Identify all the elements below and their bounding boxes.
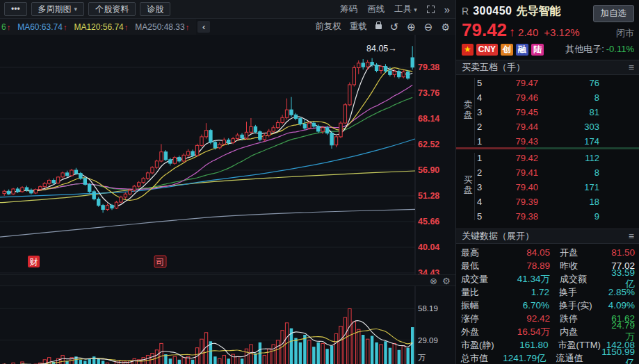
ma-label: MA120:56.74↑ [74,22,128,32]
price: 79.46 [477,92,538,103]
volume: 303 [538,122,599,132]
chips-menu[interactable]: 筹码 [340,3,357,15]
tab-multi-period[interactable]: 多周期图▾ [31,2,85,16]
volume: 171 [538,182,599,192]
gear-icon[interactable]: ⚙ [442,276,451,286]
forward-adjust-button[interactable]: 前复权 [315,21,341,33]
volume: 112 [538,153,599,163]
key-data-row: 成交量41.34万 成交额33.59亿 [456,272,639,286]
sell-side-label: 卖盘 [463,99,473,120]
svg-text:51.28: 51.28 [418,191,439,201]
china-flag-tag[interactable]: ★ [462,44,474,56]
svg-text:34.43: 34.43 [418,268,439,274]
zoom-in-icon[interactable]: ⊕ [407,22,416,32]
pane-divider [0,274,455,286]
price-change-pct: +3.12% [544,26,579,38]
svg-text:56.90: 56.90 [418,165,439,175]
double-chevron-icon[interactable]: » [444,4,450,15]
last-price: 79.42 [462,19,507,41]
order-book-row[interactable]: 2 79.44 303 [456,119,639,134]
market-status: 闭市 [616,27,634,40]
volume: 18 [538,197,599,207]
chevron-down-icon: ▾ [414,6,417,13]
svg-text:45.66: 45.66 [418,217,439,226]
svg-text:73.76: 73.76 [418,88,439,98]
tools-menu[interactable]: 工具▾ [394,3,417,15]
cny-tag[interactable]: CNY [476,44,498,56]
svg-text:财: 财 [30,257,38,267]
order-book-row[interactable]: 5 79.38 9 [456,209,639,224]
price: 79.44 [477,122,538,132]
order-book-row[interactable]: 4 79.46 8 [456,90,639,105]
close-circle-icon[interactable]: ⊗ [430,276,437,286]
stock-trading-app: ••• 多周期图▾ 个股资料 诊股 筹码 画线 工具▾ » 6↑MA60:63.… [0,0,639,364]
stock-name: 先导智能 [517,4,561,19]
zoom-out-icon[interactable]: ⊖ [424,22,433,32]
order-book-row[interactable]: 1 79.42 112 [456,151,639,165]
key-data-header[interactable]: 关键数据（展开） ≡ [456,229,639,244]
divider [474,78,475,145]
price: 79.39 [477,197,538,207]
price: 79.40 [477,182,538,192]
svg-text:84.05→: 84.05→ [366,44,397,53]
candlestick-chart[interactable]: 79.3873.7668.1462.5256.9051.2845.6640.04… [0,35,455,274]
sector-change: -0.11% [606,44,634,54]
volume: 9 [538,211,599,222]
order-book-row[interactable]: 3 79.45 81 [456,105,639,119]
event-marker[interactable]: 司 [154,256,166,267]
quote-panel: R 300450 先导智能 加自选 79.42 ↑ 2.40 +3.12% 闭市… [455,0,639,364]
ma-label-row: 6↑MA60:63.74↑MA120:56.74↑MA250:48.33↑ ‹ … [0,19,455,35]
price-row: 79.42 ↑ 2.40 +3.12% 闭市 [462,19,634,41]
gear-icon[interactable]: ⚙ [441,22,450,32]
price: 79.38 [477,211,538,222]
tab-diagnose[interactable]: 诊股 [140,2,170,16]
rong-tag[interactable]: 融 [516,44,528,56]
tag-row: ★CNY创融陆 其他电子:-0.11% [462,43,634,56]
order-book-row[interactable]: 5 79.47 76 [456,76,639,90]
event-marker[interactable]: 财 [28,256,40,267]
lock-icon[interactable] [375,24,382,29]
collapse-chevron-icon[interactable]: ‹ [197,21,210,33]
order-book-row[interactable]: 2 79.41 8 [456,165,639,180]
ma-label: 6↑ [1,22,10,32]
volume: 81 [538,107,599,117]
svg-text:58.19: 58.19 [418,304,438,313]
fullscreen-icon[interactable] [427,6,435,13]
arrow-up-icon: ↑ [509,25,515,40]
order-book-header: 买卖五档（手） ≡ [456,60,639,75]
reload-button[interactable]: 重载 [350,21,367,33]
hamburger-icon[interactable]: ≡ [629,231,634,242]
svg-text:40.04: 40.04 [418,242,439,252]
more-button[interactable]: ••• [4,2,27,16]
order-book-row[interactable]: 1 79.43 174 [456,134,639,149]
registered-mark: R [462,6,469,17]
undo-icon[interactable]: ↺ [390,22,399,32]
key-data-row: 振幅6.70% 换手(实)4.09% [456,299,639,312]
hamburger-icon[interactable]: ≡ [629,62,634,73]
order-book-row[interactable]: 3 79.40 171 [456,180,639,195]
price: 79.41 [477,167,538,178]
divider [474,153,475,220]
lu-tag[interactable]: 陆 [531,44,544,56]
draw-line-menu[interactable]: 画线 [367,3,385,15]
svg-text:司: 司 [156,257,165,267]
key-data-row: 涨停92.42 跌停61.62 [456,312,639,325]
key-data-row: 最低78.89 昨收77.02 [456,259,639,272]
key-data-row: 最高84.05 开盘81.50 [456,246,639,259]
ma-label: MA250:48.33↑ [135,22,189,32]
sector-link[interactable]: 其他电子:-0.11% [565,43,634,56]
svg-text:79.38: 79.38 [418,63,439,72]
chuang-tag[interactable]: 创 [501,44,513,56]
tab-stock-info[interactable]: 个股资料 [88,2,136,16]
chevron-down-icon: ▾ [74,6,78,13]
volume-chart[interactable]: 58.1929.09万 [0,286,455,364]
order-book-row[interactable]: 4 79.39 18 [456,195,639,209]
price-change: 2.40 [518,26,538,38]
price: 79.45 [477,107,538,117]
price: 79.47 [477,78,538,88]
svg-text:29.09: 29.09 [418,336,438,345]
price: 79.43 [477,136,538,147]
svg-text:万: 万 [418,354,426,362]
key-data-row: 总市值1241.79亿 流通值1150.99亿 [456,351,639,364]
key-data-row: 外盘16.54万 内盘24.79万 [456,325,639,338]
